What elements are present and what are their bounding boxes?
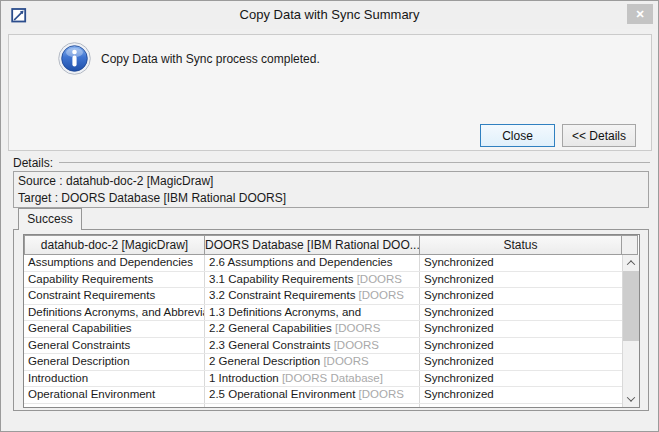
tab-success[interactable]: Success [18,208,82,230]
source-line: Source : datahub-doc-2 [MagicDraw] [14,172,648,189]
table-row[interactable]: Overview of the Document Editi... 1.1 Ov… [24,404,622,408]
scrollbar-up-button[interactable] [623,255,639,271]
scrollbar-down-button[interactable] [623,391,639,407]
status-cell: Synchronized [420,371,622,387]
table-body: Assumptions and Dependencies 2.6 Assumpt… [24,255,622,407]
source-cell: Constraint Requirements [24,288,205,304]
target-suffix: [DOORS [323,355,368,367]
table-row[interactable]: General Capabilities 2.2 General Capabil… [24,321,622,338]
target-suffix: [DOORS [357,273,402,285]
target-cell: 3.1 Capability Requirements [DOORS [205,272,420,288]
status-cell: Synchronized [420,338,622,354]
source-cell: Overview of the Document Editi... [24,404,205,408]
target-cell: 3.2 Constraint Requirements [DOORS [205,288,420,304]
table-row[interactable]: Assumptions and Dependencies 2.6 Assumpt… [24,255,622,272]
status-cell: Synchronized [420,255,622,271]
target-cell: 2 General Description [DOORS [205,354,420,370]
status-cell: Synchronized [420,305,622,321]
target-suffix: [DOORS Database] [282,372,383,384]
vertical-scrollbar[interactable] [622,255,639,407]
close-icon: ✕ [635,8,644,21]
status-cell: Synchronized [420,288,622,304]
results-table: datahub-doc-2 [MagicDraw] DOORS Database… [23,234,640,408]
target-cell: 1 Introduction [DOORS Database] [205,371,420,387]
message-panel: Copy Data with Sync process completed. C… [8,34,652,151]
column-header-source[interactable]: datahub-doc-2 [MagicDraw] [24,235,205,255]
copy-data-sync-summary-dialog: Copy Data with Sync Summary ✕ Copy Data … [0,0,659,432]
status-cell: Synchronized [420,321,622,337]
table-row[interactable]: Introduction 1 Introduction [DOORS Datab… [24,371,622,388]
scrollbar-track[interactable] [623,271,639,391]
status-cell: Synchronized [420,354,622,370]
sync-info-box: Source : datahub-doc-2 [MagicDraw] Targe… [13,171,649,208]
target-line: Target : DOORS Database [IBM Rational DO… [14,189,648,206]
target-cell: 1.3 Definitions Acronyms, and [205,305,420,321]
table-row[interactable]: Operational Environment 2.5 Operational … [24,387,622,404]
column-header-status[interactable]: Status [419,235,622,255]
source-cell: Introduction [24,371,205,387]
table-row[interactable]: Definitions Acronyms, and Abbreviat... 1… [24,305,622,322]
chevron-up-icon [627,260,635,268]
info-icon [58,42,91,75]
target-suffix: [DOORS [335,322,380,334]
source-cell: Assumptions and Dependencies [24,255,205,271]
target-cell: 2.6 Assumptions and Dependencies [205,255,420,271]
completion-message: Copy Data with Sync process completed. [101,52,320,66]
target-suffix: [DOORS [334,339,379,351]
titlebar[interactable]: Copy Data with Sync Summary ✕ [1,1,658,29]
header-corner [621,235,638,255]
details-label: Details: [13,156,53,170]
close-button[interactable]: Close [480,124,555,147]
source-cell: Definitions Acronyms, and Abbreviat... [24,305,205,321]
source-cell: Capability Requirements [24,272,205,288]
chevron-down-icon [627,393,635,401]
status-cell: Synchronized [420,272,622,288]
status-cell: Synchronized [420,404,622,408]
status-cell: Synchronized [420,387,622,403]
source-cell: General Description [24,354,205,370]
source-cell: Operational Environment [24,387,205,403]
table-row[interactable]: General Constraints 2.3 General Constrai… [24,338,622,355]
target-cell: 2.2 General Capabilities [DOORS [205,321,420,337]
target-cell: 2.5 Operational Environment [DOORS [205,387,420,403]
source-cell: General Constraints [24,338,205,354]
source-cell: General Capabilities [24,321,205,337]
details-toggle-button[interactable]: << Details [562,124,636,147]
window-title: Copy Data with Sync Summary [1,7,658,22]
target-cell: 1.1 Overview of the Document Editi... [205,404,420,408]
target-cell: 2.3 General Constraints [DOORS [205,338,420,354]
table-row[interactable]: Constraint Requirements 3.2 Constraint R… [24,288,622,305]
table-row[interactable]: Capability Requirements 3.1 Capability R… [24,272,622,289]
table-header-row: datahub-doc-2 [MagicDraw] DOORS Database… [24,235,639,255]
scrollbar-thumb[interactable] [623,271,639,341]
table-row[interactable]: General Description 2 General Descriptio… [24,354,622,371]
column-header-target[interactable]: DOORS Database [IBM Rational DOO... [204,235,420,255]
titlebar-close-button[interactable]: ✕ [627,4,653,24]
target-suffix: [DOORS [359,388,404,400]
target-suffix: [DOORS [359,289,404,301]
details-separator [59,162,650,163]
